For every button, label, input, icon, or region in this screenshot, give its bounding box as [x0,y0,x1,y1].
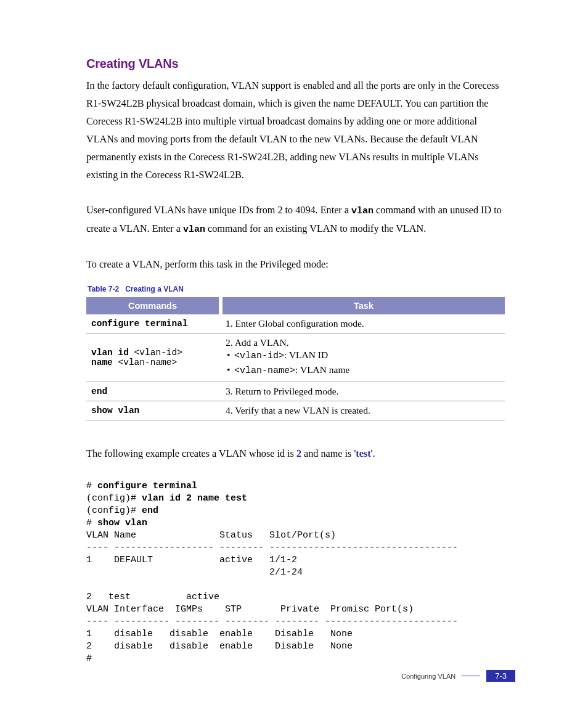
bullet: <vlan-id>: VLAN ID [234,348,499,363]
cmd-param: <vlan-name> [113,358,177,367]
cmd-bold: configure terminal [91,319,188,329]
bullet-text: : VLAN name [295,364,349,375]
cmd-cell: vlan id <vlan-id> name <vlan-name> [86,333,221,382]
cmd-bold: end [91,387,107,396]
bullet-text: : VLAN ID [284,350,328,360]
table-caption: Table 7-2Creating a VLAN [88,285,505,293]
code-vlan: vlan [183,224,205,235]
table-row: end 3. Return to Privileged mode. [86,382,505,401]
col-task: Task [221,297,505,314]
cmd-cell: configure terminal [86,314,221,333]
task-cell: 4. Verify that a new VLAN is created. [221,401,505,420]
commands-table: Commands Task configure terminal 1. Ente… [86,297,505,420]
task-lead: 2. Add a VLAN. [226,337,289,348]
text: The following example creates a VLAN who… [86,448,296,459]
text: User-configured VLANs have unique IDs fr… [86,205,351,216]
text: '. [371,448,375,459]
bullet: <vlan-name>: VLAN name [234,363,499,378]
table-title: Creating a VLAN [125,285,184,293]
task-cell: 2. Add a VLAN. <vlan-id>: VLAN ID <vlan-… [221,333,505,382]
bullet-mono: <vlan-name> [234,366,295,376]
text: and name is ' [301,448,356,459]
bullet-mono: <vlan-id> [234,351,284,361]
terminal-output: # configure terminal(config)# vlan id 2 … [86,480,505,665]
task-cell: 1. Enter Global configuration mode. [221,314,505,333]
footer-section: Configuring VLAN [401,673,455,680]
footer-rule [462,676,480,676]
table-number: Table 7-2 [88,285,119,293]
paragraph-task: To create a VLAN, perform this task in t… [86,256,505,274]
code-vlan: vlan [351,206,374,216]
col-commands: Commands [86,297,221,314]
cmd-bold: show vlan [91,406,139,415]
footer-page-number: 7-3 [486,670,515,682]
cmd-param: <vlan-id> [129,348,182,358]
table-row: configure terminal 1. Enter Global confi… [86,314,505,333]
paragraph-ids: User-configured VLANs have unique IDs fr… [86,202,505,239]
cmd-cell: show vlan [86,401,221,420]
task-cell: 3. Return to Privileged mode. [221,382,505,401]
cmd-cell: end [86,382,221,401]
cmd-bold: vlan id [91,348,129,358]
cmd-bold: name [91,358,113,367]
page-footer: Configuring VLAN 7-3 [401,670,515,682]
paragraph-intro: In the factory default configuration, VL… [86,77,505,184]
section-heading: Creating VLANs [86,57,505,71]
table-row: vlan id <vlan-id> name <vlan-name> 2. Ad… [86,333,505,382]
example-name: test [356,448,370,459]
table-row: show vlan 4. Verify that a new VLAN is c… [86,401,505,420]
example-intro: The following example creates a VLAN who… [86,445,505,463]
text: command for an existing VLAN to modify t… [205,223,426,234]
example-id: 2 [296,448,301,459]
